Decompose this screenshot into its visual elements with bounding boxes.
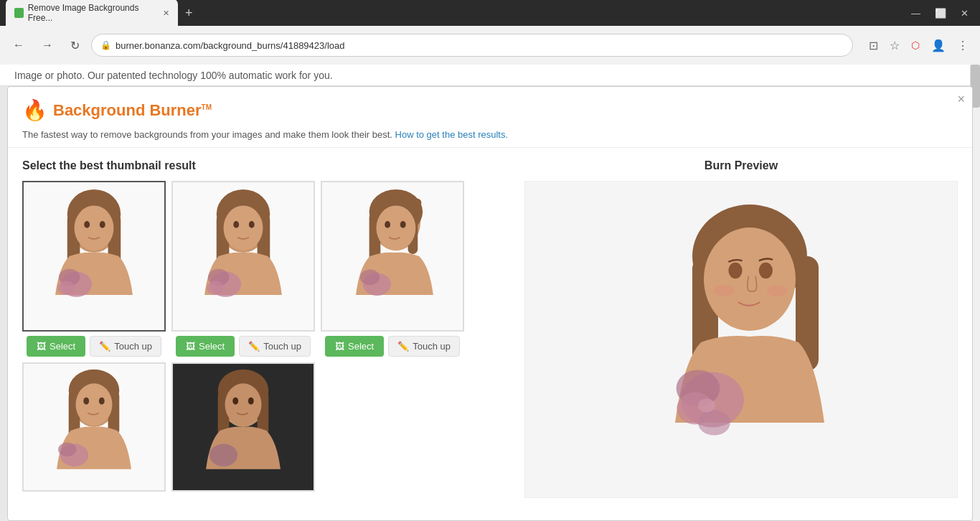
thumbnails-section-title: Select the best thumbnail result <box>22 159 510 172</box>
touch-up-label-1: Touch up <box>114 341 152 352</box>
address-bar[interactable]: 🔒 burner.bonanza.com/background_burns/41… <box>91 34 853 57</box>
svg-point-57 <box>728 263 742 278</box>
thumbnail-3-actions: 🖼 Select ✏️ Touch up <box>325 336 460 357</box>
svg-point-7 <box>100 221 105 228</box>
thumbnail-item-5 <box>171 362 315 492</box>
svg-point-42 <box>58 443 76 457</box>
extensions-button[interactable]: ⬡ <box>907 36 924 55</box>
thumbnail-item-2: 🖼 Select ✏️ Touch up <box>171 181 315 357</box>
tab-close-button[interactable]: ✕ <box>163 9 169 18</box>
pencil-icon-1: ✏️ <box>99 341 110 352</box>
title-bar: Remove Image Backgrounds Free... ✕ + — ⬜… <box>0 0 980 26</box>
preview-title: Burn Preview <box>524 159 958 172</box>
touch-up-button-1[interactable]: ✏️ Touch up <box>90 336 161 357</box>
lock-icon: 🔒 <box>100 40 111 50</box>
svg-point-60 <box>767 285 788 296</box>
page-content: Image or photo. Our patented technology … <box>0 65 980 521</box>
svg-point-49 <box>232 398 238 405</box>
svg-point-65 <box>698 398 715 412</box>
browser-chrome: Remove Image Backgrounds Free... ✕ + — ⬜… <box>0 0 980 65</box>
thumbnail-item-4 <box>22 362 166 492</box>
select-button-1[interactable]: 🖼 Select <box>27 336 85 357</box>
thumbnail-image-2[interactable] <box>171 181 315 332</box>
tagline-text: The fastest way to remove backgrounds fr… <box>22 129 392 140</box>
logo-text-normal: Background <box>53 101 149 119</box>
modal-dialog: × 🔥 Background BurnerTM The fastest way … <box>7 86 973 521</box>
select-label-1: Select <box>50 341 75 352</box>
svg-point-30 <box>400 221 406 228</box>
top-banner: Image or photo. Our patented technology … <box>0 65 980 86</box>
banner-text: Image or photo. Our patented technology … <box>14 70 333 81</box>
preview-panel: Burn Preview <box>524 159 958 498</box>
svg-point-48 <box>225 383 262 426</box>
svg-point-10 <box>57 281 75 295</box>
svg-point-50 <box>248 398 254 405</box>
thumbnail-1-actions: 🖼 Select ✏️ Touch up <box>27 336 161 357</box>
close-window-button[interactable]: ✕ <box>955 6 974 20</box>
thumbnail-svg-4 <box>24 362 164 492</box>
thumbnail-image-3[interactable] <box>321 181 464 332</box>
url-text: burner.bonanza.com/background_burns/4188… <box>116 40 344 51</box>
svg-point-21 <box>207 281 224 295</box>
logo: 🔥 Background BurnerTM <box>22 98 958 122</box>
svg-point-17 <box>233 221 239 228</box>
logo-text-accent: Burner <box>149 101 201 119</box>
preview-image <box>524 181 958 498</box>
thumbnail-image-4[interactable] <box>22 362 166 492</box>
svg-point-18 <box>249 221 255 228</box>
touch-up-label-3: Touch up <box>413 341 451 352</box>
menu-button[interactable]: ⋮ <box>953 36 973 55</box>
select-button-3[interactable]: 🖼 Select <box>325 336 384 357</box>
preview-svg <box>525 182 957 497</box>
svg-point-6 <box>84 221 90 228</box>
tagline-link[interactable]: How to get the best results. <box>395 129 509 140</box>
logo-text: Background BurnerTM <box>53 101 212 120</box>
bookmark-button[interactable]: ☆ <box>885 36 904 55</box>
profile-button[interactable]: 👤 <box>927 36 950 55</box>
back-button[interactable]: ← <box>7 36 30 55</box>
pencil-icon-3: ✏️ <box>397 341 409 352</box>
thumbnail-image-5[interactable] <box>171 362 315 492</box>
forward-button[interactable]: → <box>36 36 59 55</box>
thumbnail-svg-2 <box>173 181 314 332</box>
svg-point-40 <box>99 398 105 405</box>
touch-up-button-2[interactable]: ✏️ Touch up <box>239 336 311 357</box>
tab-title: Remove Image Backgrounds Free... <box>28 3 153 23</box>
thumbnail-svg-1 <box>24 181 164 332</box>
modal-close-button[interactable]: × <box>957 93 965 105</box>
thumbnail-item-1: 🖼 Select ✏️ Touch up <box>22 181 166 357</box>
tab-favicon <box>14 8 24 18</box>
select-button-2[interactable]: 🖼 Select <box>176 336 235 357</box>
select-icon-3: 🖼 <box>335 341 344 352</box>
thumbnail-svg-3 <box>322 181 463 332</box>
nav-bar: ← → ↻ 🔒 burner.bonanza.com/background_bu… <box>0 26 980 65</box>
thumbnails-panel: Select the best thumbnail result <box>22 159 510 498</box>
svg-point-38 <box>76 383 113 426</box>
thumbnail-2-actions: 🖼 Select ✏️ Touch up <box>176 336 311 357</box>
cast-button[interactable]: ⊡ <box>864 36 882 55</box>
maximize-button[interactable]: ⬜ <box>929 6 952 20</box>
modal-body: Select the best thumbnail result <box>8 148 972 510</box>
reload-button[interactable]: ↻ <box>65 36 85 55</box>
modal-header: 🔥 Background BurnerTM The fastest way to… <box>8 87 972 148</box>
svg-point-29 <box>385 221 390 228</box>
select-icon-2: 🖼 <box>186 341 195 352</box>
thumbnail-svg-5 <box>173 362 314 492</box>
svg-point-56 <box>704 227 796 331</box>
pencil-icon-2: ✏️ <box>248 341 260 352</box>
svg-point-58 <box>759 263 773 278</box>
svg-point-5 <box>75 205 114 250</box>
select-icon-1: 🖼 <box>37 341 46 352</box>
select-label-3: Select <box>348 341 374 352</box>
svg-point-16 <box>224 205 263 250</box>
svg-point-64 <box>698 410 730 435</box>
select-label-2: Select <box>199 341 225 352</box>
svg-point-32 <box>360 270 380 286</box>
nav-actions: ⊡ ☆ ⬡ 👤 ⋮ <box>864 36 973 55</box>
thumbnail-image-1[interactable] <box>22 181 166 332</box>
minimize-button[interactable]: — <box>905 6 926 20</box>
touch-up-button-3[interactable]: ✏️ Touch up <box>388 336 460 357</box>
logo-flame-icon: 🔥 <box>22 98 47 122</box>
browser-tab[interactable]: Remove Image Backgrounds Free... ✕ <box>6 0 178 27</box>
new-tab-button[interactable]: + <box>178 1 200 25</box>
